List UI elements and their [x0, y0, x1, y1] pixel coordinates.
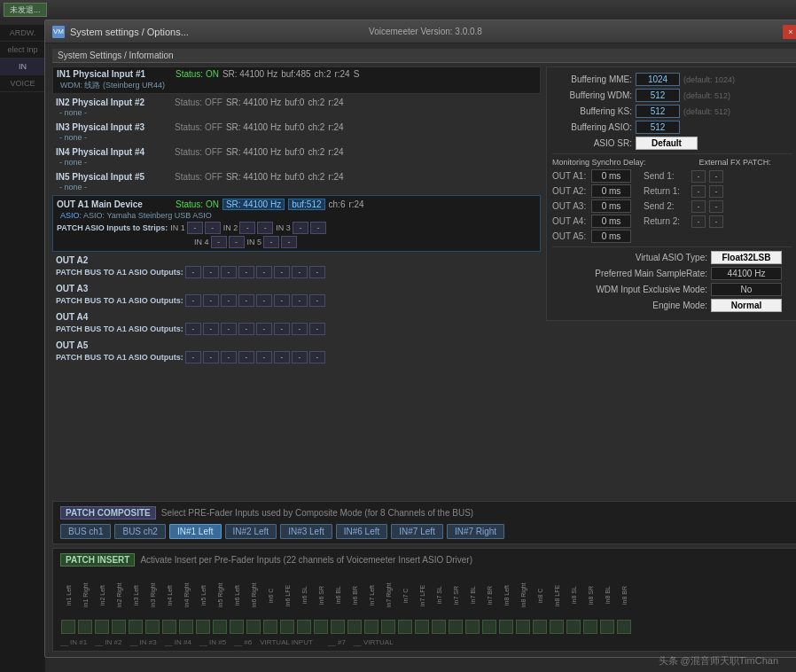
out-a1-ms-value[interactable]: 0 ms — [591, 169, 631, 183]
sidebar-item-voice[interactable]: VOICE — [0, 75, 45, 92]
channel-strip-btn-13[interactable] — [280, 620, 294, 634]
channel-strip-btn-15[interactable] — [314, 620, 328, 634]
channel-strip-btn-5[interactable] — [145, 620, 160, 634]
channel-strip-btn-8[interactable] — [196, 620, 210, 634]
channel-strip-btn-28[interactable] — [533, 620, 547, 634]
out-a4-btn7[interactable]: - — [292, 323, 308, 335]
buffer-mme-input[interactable] — [636, 73, 680, 86]
asio-sr-value[interactable]: Default — [636, 137, 698, 150]
patch-in5-btn2[interactable]: - — [281, 236, 297, 248]
patch-in2-btn1[interactable]: - — [239, 222, 255, 234]
channel-strip-btn-29[interactable] — [550, 620, 564, 634]
patch-in4-btn1[interactable]: - — [211, 236, 227, 248]
out-a2-btn3[interactable]: - — [221, 266, 237, 278]
channel-strip-btn-9[interactable] — [213, 620, 227, 634]
sidebar-item-in[interactable]: IN — [0, 59, 45, 75]
out-a2-btn1[interactable]: - — [185, 266, 201, 278]
return2-btn1[interactable]: - — [691, 215, 706, 228]
send2-btn2[interactable]: - — [709, 200, 723, 213]
out-a2-btn4[interactable]: - — [238, 266, 254, 278]
channel-strip-btn-1[interactable] — [78, 620, 92, 634]
send2-btn1[interactable]: - — [691, 200, 706, 213]
patch-in1-btn2[interactable]: - — [205, 222, 221, 234]
sample-rate-value[interactable]: 44100 Hz — [711, 267, 782, 280]
out-a3-btn2[interactable]: - — [203, 294, 219, 307]
out-a5-btn6[interactable]: - — [274, 351, 290, 363]
channel-strip-btn-2[interactable] — [95, 620, 109, 634]
channel-strip-btn-11[interactable] — [246, 620, 261, 634]
bus-ch2-btn[interactable]: BUS ch2 — [114, 524, 165, 539]
out-a3-btn6[interactable]: - — [274, 294, 290, 307]
channel-strip-btn-23[interactable] — [449, 620, 463, 634]
channel-strip-btn-33[interactable] — [617, 620, 631, 634]
channel-strip-btn-7[interactable] — [179, 620, 193, 634]
sidebar-item-hardware[interactable]: ARDW. — [0, 25, 45, 42]
out-a4-btn2[interactable]: - — [203, 323, 219, 335]
wdm-exclusive-value[interactable]: No — [711, 283, 782, 296]
bus-in2-left-btn[interactable]: IN#2 Left — [225, 524, 277, 539]
channel-strip-btn-10[interactable] — [230, 620, 244, 634]
buffer-wdm-input[interactable] — [636, 89, 680, 102]
out-a5-btn5[interactable]: - — [256, 351, 272, 363]
patch-in1-btn1[interactable]: - — [187, 222, 203, 234]
bus-in6-left-btn[interactable]: IN#6 Left — [336, 524, 388, 539]
out-a5-btn8[interactable]: - — [309, 351, 325, 363]
out-a3-btn8[interactable]: - — [309, 294, 325, 307]
out-a3-btn3[interactable]: - — [221, 294, 237, 307]
channel-strip-btn-17[interactable] — [347, 620, 362, 634]
out-a5-ms-value[interactable]: 0 ms — [591, 230, 631, 243]
bus-in1-left-btn[interactable]: IN#1 Left — [169, 524, 222, 539]
out-a4-btn3[interactable]: - — [221, 323, 237, 335]
channel-strip-btn-14[interactable] — [297, 620, 311, 634]
out-a2-btn6[interactable]: - — [274, 266, 290, 278]
out-a3-btn5[interactable]: - — [256, 294, 272, 307]
send1-btn1[interactable]: - — [691, 170, 706, 183]
engine-mode-value[interactable]: Normal — [711, 299, 782, 312]
channel-strip-btn-19[interactable] — [381, 620, 395, 634]
out-a3-ms-value[interactable]: 0 ms — [591, 199, 631, 213]
out-a5-btn4[interactable]: - — [238, 351, 254, 363]
channel-strip-btn-26[interactable] — [499, 620, 513, 634]
channel-strip-btn-16[interactable] — [331, 620, 345, 634]
out-a4-ms-value[interactable]: 0 ms — [591, 215, 631, 228]
channel-strip-btn-20[interactable] — [398, 620, 412, 634]
channel-strip-btn-3[interactable] — [112, 620, 126, 634]
out-a5-btn2[interactable]: - — [203, 351, 219, 363]
out-a5-btn1[interactable]: - — [185, 351, 201, 363]
out-a2-ms-value[interactable]: 0 ms — [591, 184, 631, 198]
channel-strip-btn-21[interactable] — [415, 620, 429, 634]
close-button[interactable]: × — [783, 25, 796, 39]
bus-in7-left-btn[interactable]: IN#7 Left — [391, 524, 443, 539]
channel-strip-btn-18[interactable] — [364, 620, 378, 634]
sidebar-item-select[interactable]: elect Inp — [0, 42, 45, 59]
bus-in7-right-btn[interactable]: IN#7 Right — [447, 524, 504, 539]
channel-strip-btn-4[interactable] — [129, 620, 143, 634]
channel-strip-btn-12[interactable] — [263, 620, 277, 634]
channel-strip-btn-24[interactable] — [465, 620, 480, 634]
patch-in5-btn1[interactable]: - — [263, 236, 279, 248]
bus-in3-left-btn[interactable]: IN#3 Left — [280, 524, 332, 539]
taskbar-item-unread[interactable]: 未发退... — [4, 3, 47, 17]
send1-btn2[interactable]: - — [709, 170, 723, 183]
out-a4-btn5[interactable]: - — [256, 323, 272, 335]
out-a2-btn5[interactable]: - — [256, 266, 272, 278]
out-a3-btn4[interactable]: - — [238, 294, 254, 307]
patch-in3-btn1[interactable]: - — [293, 222, 308, 234]
channel-strip-btn-27[interactable] — [516, 620, 530, 634]
channel-strip-btn-0[interactable] — [61, 620, 75, 634]
out-a4-btn6[interactable]: - — [274, 323, 290, 335]
return2-btn2[interactable]: - — [709, 215, 723, 228]
out-a5-btn7[interactable]: - — [292, 351, 308, 363]
out-a2-btn8[interactable]: - — [309, 266, 325, 278]
patch-in3-btn2[interactable]: - — [310, 222, 326, 234]
channel-strip-btn-32[interactable] — [600, 620, 614, 634]
channel-strip-btn-25[interactable] — [482, 620, 496, 634]
out-a4-btn8[interactable]: - — [309, 323, 325, 335]
out-a4-btn4[interactable]: - — [238, 323, 254, 335]
channel-strip-btn-6[interactable] — [162, 620, 176, 634]
channel-strip-btn-31[interactable] — [583, 620, 597, 634]
return1-btn2[interactable]: - — [709, 185, 723, 198]
out-a3-btn1[interactable]: - — [185, 294, 201, 307]
virtual-asio-value[interactable]: Float32LSB — [711, 251, 782, 264]
out-a4-btn1[interactable]: - — [185, 323, 201, 335]
